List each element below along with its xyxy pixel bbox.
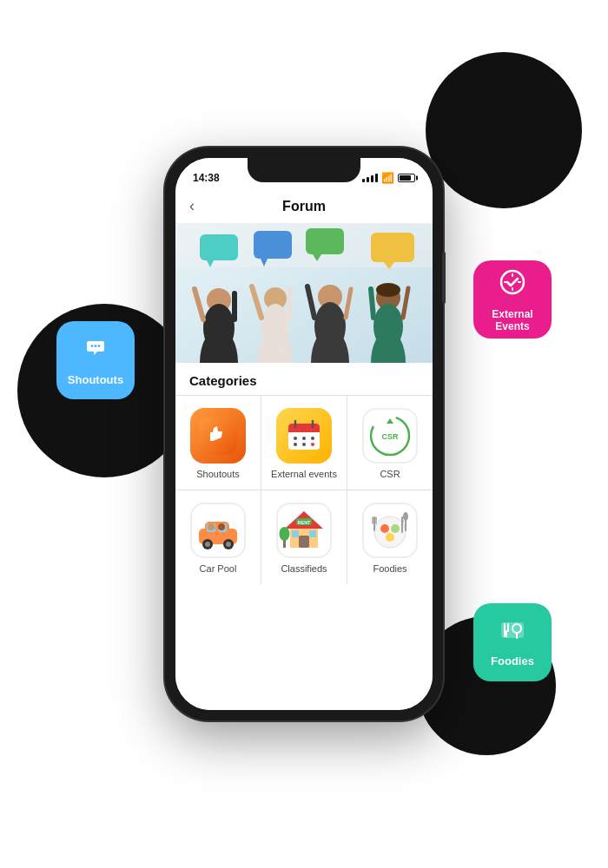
external-events-float-icon [498, 267, 527, 303]
category-cell-csr[interactable]: CSR CSR [347, 396, 433, 490]
decorative-blob-top-right [426, 52, 582, 208]
svg-rect-13 [306, 228, 344, 254]
svg-point-76 [386, 533, 394, 542]
svg-point-19 [203, 304, 235, 352]
hero-image [175, 224, 433, 363]
svg-point-51 [311, 443, 314, 446]
svg-point-72 [280, 527, 290, 541]
wifi-icon: 📶 [381, 172, 394, 184]
categories-header: Categories [175, 363, 433, 395]
svg-point-37 [376, 283, 400, 297]
car-pool-icon [190, 503, 246, 558]
back-button[interactable]: ‹ [189, 197, 195, 215]
phone-mockup: 14:38 📶 ‹ Forum [165, 148, 443, 720]
svg-rect-43 [288, 429, 320, 432]
shoutouts-label: Shoutouts [196, 469, 240, 479]
battery-icon [398, 174, 415, 182]
foodies-icon [362, 503, 418, 558]
svg-point-47 [302, 437, 306, 440]
svg-point-48 [311, 437, 314, 440]
categories-grid: Shoutouts [175, 395, 433, 584]
foodies-label: Foodies [373, 563, 406, 574]
external-events-float-label: External Events [484, 308, 541, 332]
svg-line-35 [371, 289, 373, 318]
nav-title: Forum [282, 199, 326, 214]
status-icons: 📶 [362, 172, 415, 184]
external-events-icon [276, 408, 332, 464]
svg-rect-68 [309, 530, 316, 537]
external-events-label: External events [271, 469, 337, 479]
csr-label: CSR [380, 469, 400, 479]
phone-shell: 14:38 📶 ‹ Forum [165, 148, 443, 720]
scroll-content[interactable]: Categories [175, 363, 433, 710]
svg-rect-15 [371, 233, 414, 262]
foodies-float-icon [499, 617, 525, 649]
svg-point-73 [374, 516, 406, 548]
svg-point-81 [403, 512, 408, 521]
svg-line-26 [289, 289, 290, 318]
svg-point-34 [373, 304, 403, 349]
svg-rect-66 [299, 536, 309, 548]
category-cell-shoutouts[interactable]: Shoutouts [175, 396, 261, 490]
nav-bar: ‹ Forum [175, 189, 433, 224]
svg-point-49 [294, 443, 297, 446]
classifieds-label: Classifieds [281, 563, 327, 574]
car-pool-label: Car Pool [200, 563, 237, 574]
category-cell-car-pool[interactable]: Car Pool [175, 490, 261, 584]
category-cell-classifieds[interactable]: RENT Classifieds [261, 490, 347, 584]
signal-icon [362, 174, 378, 182]
svg-text:CSR: CSR [381, 432, 399, 441]
phone-screen: 14:38 📶 ‹ Forum [175, 158, 433, 710]
svg-rect-9 [200, 234, 238, 260]
svg-rect-11 [254, 231, 292, 259]
svg-point-29 [314, 302, 346, 351]
svg-text:RENT: RENT [298, 520, 312, 525]
csr-icon: CSR [362, 408, 418, 464]
svg-point-46 [294, 437, 297, 440]
svg-rect-67 [292, 530, 299, 537]
phone-notch [248, 158, 360, 182]
category-cell-foodies[interactable]: Foodies [347, 490, 433, 584]
floating-card-foodies[interactable]: Foodies [473, 603, 552, 681]
status-time: 14:38 [193, 172, 220, 184]
svg-point-63 [218, 523, 225, 530]
svg-point-61 [226, 542, 231, 547]
svg-point-75 [391, 524, 400, 533]
svg-rect-39 [210, 432, 213, 441]
svg-point-50 [302, 443, 306, 446]
category-cell-external-events[interactable]: External events [261, 396, 347, 490]
floating-card-external-events[interactable]: External Events [473, 260, 552, 339]
svg-point-74 [380, 524, 389, 533]
shoutouts-icon [190, 408, 246, 464]
svg-point-59 [205, 542, 210, 547]
foodies-float-label: Foodies [491, 654, 534, 667]
shoutouts-float-label: Shoutouts [68, 373, 123, 386]
shoutouts-float-icon [82, 334, 109, 368]
svg-point-24 [261, 304, 289, 349]
classifieds-icon: RENT [276, 503, 332, 558]
floating-card-shoutouts[interactable]: Shoutouts [56, 321, 135, 399]
svg-point-62 [208, 523, 215, 530]
